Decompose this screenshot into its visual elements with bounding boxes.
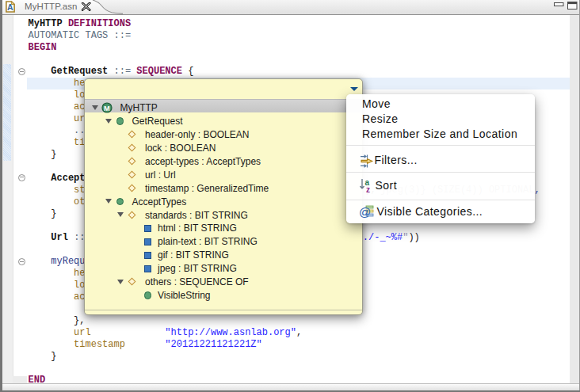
svg-text:M: M — [104, 105, 110, 112]
svg-text:z: z — [366, 185, 370, 194]
svg-text:@: @ — [359, 205, 371, 219]
svg-text:A: A — [7, 2, 13, 12]
